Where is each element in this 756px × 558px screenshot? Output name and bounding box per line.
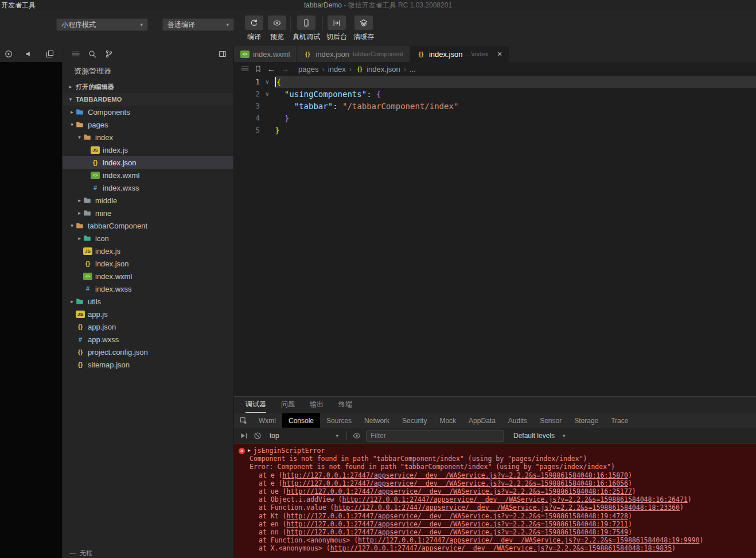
breadcrumb-item--[interactable]: ... — [410, 65, 416, 73]
preview-button[interactable] — [268, 16, 286, 30]
devtools-tab-security[interactable]: Security — [396, 413, 433, 428]
sound-icon[interactable] — [25, 50, 33, 58]
tree-item-app-js[interactable]: JSapp.js — [63, 308, 233, 320]
tree-item-app-wxss[interactable]: #app.wxss — [63, 333, 233, 346]
code-line-2[interactable]: 2∨ "usingComponents": { — [234, 88, 756, 100]
tree-item-sitemap-json[interactable]: {}sitemap.json — [63, 358, 233, 371]
devtools-tab-sources[interactable]: Sources — [320, 413, 358, 428]
tree-item-icon[interactable]: ▸icon — [63, 232, 233, 245]
stack-frame-link[interactable]: http://127.0.0.1:27447/appservice/__dev_… — [342, 495, 687, 503]
file-list-icon[interactable] — [72, 50, 80, 58]
panel-tab-终端[interactable]: 终端 — [338, 397, 352, 413]
stack-frame-link[interactable]: http://127.0.0.1:27447/appservice/__dev_… — [330, 544, 672, 552]
collapse-explorer-icon[interactable] — [219, 50, 227, 58]
panel-tab-问题[interactable]: 问题 — [281, 397, 295, 413]
devtools-tab-storage[interactable]: Storage — [568, 413, 605, 428]
compile-mode-select[interactable]: 普通编译 ▾ — [162, 18, 234, 31]
devtools-tab-network[interactable]: Network — [358, 413, 396, 428]
code-line-4[interactable]: 4 } — [234, 112, 756, 124]
chevron-down-icon[interactable]: ▾ — [68, 223, 76, 228]
toolbar-action-device-debug[interactable]: 真机调试 — [293, 16, 320, 42]
tree-item-project-config-json[interactable]: {}project.config.json — [63, 346, 233, 358]
console-error-group[interactable]: ×▶jsEnginScriptError — [234, 447, 756, 455]
device-debug-button[interactable] — [297, 16, 315, 30]
simulator-toggle-icon[interactable] — [5, 50, 13, 58]
tree-item-index-wxss[interactable]: #index.wxss — [63, 181, 233, 194]
editor-tab-index-json-2[interactable]: {}index.json...\index× — [410, 46, 509, 62]
forward-arrow-icon[interactable]: → — [281, 64, 289, 73]
stack-frame-link[interactable]: http://127.0.0.1:27447/appservice/__dev_… — [286, 520, 628, 528]
tree-item-tabbarcomponent[interactable]: ▾tabbarComponent — [63, 219, 233, 232]
editor-tab-index-json-1[interactable]: {}index.jsontabbarComponent — [297, 46, 410, 62]
log-levels-select[interactable]: Default levels ▾ — [513, 432, 566, 440]
tree-item-index-wxss[interactable]: #index.wxss — [63, 282, 233, 295]
devtools-tab-wxml[interactable]: Wxml — [252, 413, 282, 428]
tree-item-middle[interactable]: ▸middle — [63, 194, 233, 207]
expander-icon[interactable]: ▶ — [248, 447, 251, 455]
stack-frame-link[interactable]: http://127.0.0.1:27447/appservice/__dev_… — [283, 471, 628, 479]
toolbar-action-clear-cache[interactable]: 清缓存 — [353, 16, 374, 42]
context-select[interactable]: top ▾ — [267, 431, 341, 441]
clear-cache-button[interactable] — [354, 16, 373, 30]
separate-window-icon[interactable] — [46, 50, 54, 58]
devtools-tab-appdata[interactable]: AppData — [462, 413, 502, 428]
back-arrow-icon[interactable]: ← — [267, 64, 275, 73]
tree-item-components[interactable]: ▸Components — [63, 106, 233, 118]
stack-frame-link[interactable]: http://127.0.0.1:27447/appservice/__dev_… — [286, 487, 632, 495]
code-line-5[interactable]: 5} — [234, 124, 756, 136]
project-section[interactable]: ▾ TABBARDEMO — [63, 93, 233, 106]
tree-item-mine[interactable]: ▸mine — [63, 207, 233, 219]
tree-item-utils[interactable]: ▸utils — [63, 295, 233, 308]
chevron-right-icon[interactable]: ▸ — [76, 210, 83, 216]
tree-item-index-json[interactable]: {}index.json — [63, 156, 233, 169]
code-line-3[interactable]: 3 "tabbar": "/tabbarComponent/index" — [234, 100, 756, 112]
stack-frame-link[interactable]: http://127.0.0.1:27447/appservice/__dev_… — [286, 512, 628, 520]
git-branch-icon[interactable] — [105, 50, 113, 58]
panel-tab-输出[interactable]: 输出 — [310, 397, 324, 413]
live-expression-icon[interactable] — [353, 432, 361, 440]
fold-chevron-icon[interactable]: ∨ — [260, 88, 275, 100]
frameless-status-label[interactable]: 无框 — [80, 549, 92, 557]
tree-item-index-js[interactable]: JSindex.js — [63, 245, 233, 257]
chevron-right-icon[interactable]: ▸ — [76, 235, 83, 241]
chevron-down-icon[interactable]: ▾ — [76, 134, 83, 140]
execution-context-icon[interactable] — [240, 432, 248, 440]
stack-frame-link[interactable]: http://127.0.0.1:27447/appservice/__dev_… — [283, 479, 628, 487]
devtools-tab-trace[interactable]: Trace — [605, 413, 634, 428]
devtools-tab-mock[interactable]: Mock — [433, 413, 462, 428]
search-icon[interactable] — [88, 50, 96, 58]
stack-frame-link[interactable]: http://127.0.0.1:27447/appservice/__dev_… — [358, 536, 699, 544]
background-button[interactable] — [328, 16, 346, 30]
code-editor[interactable]: 1∨{2∨ "usingComponents": {3 "tabbar": "/… — [234, 76, 756, 396]
chevron-right-icon[interactable]: ▸ — [68, 109, 76, 115]
compile-button[interactable] — [245, 16, 263, 30]
inspect-element-icon[interactable] — [240, 413, 248, 428]
toolbar-action-preview[interactable]: 预览 — [268, 16, 286, 42]
fold-chevron-icon[interactable]: ∨ — [260, 76, 275, 88]
breadcrumb-item-pages[interactable]: pages — [298, 65, 318, 73]
tree-item-index-json[interactable]: {}index.json — [63, 257, 233, 270]
tree-item-index[interactable]: ▾index — [63, 131, 233, 144]
clear-console-icon[interactable] — [254, 432, 262, 440]
toolbar-action-background[interactable]: 切后台 — [326, 16, 347, 42]
breadcrumb-item-index[interactable]: index — [328, 65, 346, 73]
tree-item-index-js[interactable]: JSindex.js — [63, 144, 233, 156]
console-filter-input[interactable] — [367, 431, 504, 441]
bookmark-icon[interactable] — [255, 65, 262, 72]
toolbar-action-compile[interactable]: 编译 — [245, 16, 263, 42]
mode-select[interactable]: 小程序模式 ▾ — [56, 18, 148, 31]
chevron-right-icon[interactable]: ▸ — [68, 299, 76, 304]
open-editors-section[interactable]: ▸ 打开的编辑器 — [63, 80, 233, 93]
tree-item-index-wxml[interactable]: <>index.wxml — [63, 169, 233, 181]
chevron-down-icon[interactable]: ▾ — [68, 122, 76, 127]
code-line-1[interactable]: 1∨{ — [234, 76, 756, 88]
console-output[interactable]: ×▶jsEnginScriptErrorComponent is not fou… — [234, 443, 756, 558]
devtools-tab-audits[interactable]: Audits — [502, 413, 533, 428]
outline-icon[interactable] — [241, 65, 249, 73]
panel-tab-调试器[interactable]: 调试器 — [245, 397, 266, 413]
editor-tab-index-wxml-0[interactable]: <>index.wxml — [234, 46, 297, 62]
chevron-right-icon[interactable]: ▸ — [76, 197, 83, 203]
stack-frame-link[interactable]: http://127.0.0.1:27447/appservice/__dev_… — [334, 503, 680, 512]
tree-item-index-wxml[interactable]: <>index.wxml — [63, 270, 233, 282]
stack-frame-link[interactable]: http://127.0.0.1:27447/appservice/__dev_… — [286, 528, 628, 536]
